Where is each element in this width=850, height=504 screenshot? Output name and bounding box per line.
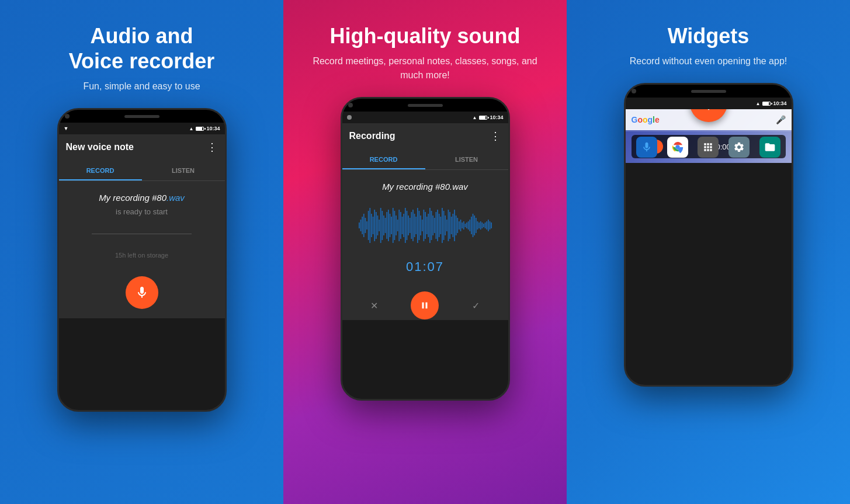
- svg-rect-30: [404, 208, 405, 243]
- status-bar-3: ▲ 10:34: [626, 98, 792, 109]
- svg-rect-57: [446, 220, 447, 231]
- record-btn-container-1: [59, 270, 225, 318]
- svg-rect-85: [489, 221, 490, 230]
- phone-1: ▼ ▲ 10:34 New voice note ⋮ RECORD LISTEN…: [57, 108, 227, 412]
- svg-rect-75: [474, 215, 475, 235]
- overflow-menu-1[interactable]: ⋮: [207, 141, 218, 154]
- svg-rect-22: [392, 208, 393, 243]
- big-mic-icon: [700, 109, 717, 112]
- svg-rect-51: [437, 210, 438, 241]
- phone-camera-3: [632, 89, 636, 93]
- bottom-controls-2: ✕ ✓: [342, 291, 508, 320]
- svg-rect-59: [449, 212, 450, 239]
- svg-rect-5: [366, 221, 367, 230]
- svg-rect-7: [369, 208, 370, 243]
- record-button-1[interactable]: [126, 276, 158, 309]
- svg-rect-33: [409, 218, 410, 233]
- wifi-icon-3: ▲: [756, 101, 761, 106]
- svg-rect-61: [452, 214, 453, 237]
- phone-top-bar-1: [59, 110, 225, 123]
- panel-1-title: Audio and Voice recorder: [69, 23, 214, 74]
- dock-chrome-icon[interactable]: [667, 137, 688, 158]
- svg-rect-24: [395, 215, 397, 235]
- waveform-container: [354, 202, 497, 249]
- svg-rect-80: [481, 223, 483, 228]
- svg-rect-4: [365, 218, 366, 233]
- panel-3-title: Widgets: [668, 23, 750, 48]
- svg-rect-15: [381, 211, 383, 240]
- svg-rect-17: [384, 218, 386, 233]
- recording-name-1: My recording #80.wav: [99, 193, 185, 203]
- svg-rect-19: [387, 210, 388, 241]
- svg-rect-81: [483, 224, 484, 227]
- battery-icon-3: [762, 102, 771, 106]
- svg-rect-47: [431, 211, 432, 240]
- files-svg: [764, 141, 776, 153]
- svg-rect-26: [398, 210, 400, 241]
- phone-speaker-1: [124, 115, 159, 118]
- svg-rect-2: [362, 217, 363, 234]
- svg-rect-32: [408, 215, 409, 235]
- svg-rect-16: [383, 215, 384, 235]
- dock-files-icon[interactable]: [759, 137, 780, 158]
- svg-rect-70: [466, 223, 467, 228]
- svg-rect-63: [455, 215, 456, 235]
- mic-icon-1: [135, 286, 149, 300]
- cancel-button-2[interactable]: ✕: [370, 300, 378, 311]
- svg-rect-73: [471, 217, 472, 234]
- panel-2: High-quality sound Record meetings, pers…: [283, 0, 567, 504]
- overflow-menu-2[interactable]: ⋮: [490, 130, 501, 142]
- svg-rect-52: [438, 214, 439, 237]
- svg-rect-71: [467, 221, 469, 230]
- svg-rect-11: [375, 212, 376, 239]
- tab-record-2[interactable]: RECORD: [342, 149, 425, 169]
- dock-mic-icon[interactable]: [636, 137, 657, 158]
- svg-rect-3: [363, 214, 364, 237]
- status-time-1: 10:34: [206, 126, 220, 131]
- tab-listen-1[interactable]: LISTEN: [142, 160, 225, 180]
- phone-top-bar-3: [626, 85, 792, 98]
- svg-rect-68: [463, 221, 464, 230]
- recording-sub-1: is ready to start: [116, 207, 168, 216]
- tab-record-1[interactable]: RECORD: [59, 160, 142, 180]
- svg-rect-8: [371, 214, 372, 237]
- recording-content-2: My recording #80.wav: [342, 170, 508, 291]
- svg-rect-82: [484, 223, 485, 228]
- svg-rect-62: [454, 210, 455, 241]
- app-header-1: New voice note ⋮: [59, 134, 225, 160]
- storage-info-1: 15h left on storage: [115, 252, 168, 259]
- svg-rect-28: [401, 217, 403, 234]
- phone-2: ▲ 10:34 Recording ⋮ RECORD LISTEN My rec…: [341, 97, 510, 401]
- panel-1-subtitle: Fun, simple and easy to use: [83, 79, 200, 93]
- panel-3: Widgets Record without even opening the …: [567, 0, 850, 504]
- dock-apps-icon[interactable]: [698, 137, 719, 158]
- svg-rect-35: [412, 210, 414, 241]
- pause-icon: [419, 300, 430, 311]
- svg-rect-34: [411, 212, 412, 239]
- battery-icon-2: [479, 116, 487, 120]
- svg-rect-10: [374, 210, 375, 241]
- google-logo: Google: [632, 115, 660, 124]
- tabs-row-2: RECORD LISTEN: [342, 149, 508, 170]
- phone-camera-1: [65, 114, 70, 119]
- svg-rect-42: [423, 210, 424, 241]
- svg-rect-21: [391, 217, 392, 234]
- svg-rect-13: [379, 220, 380, 231]
- svg-rect-76: [475, 218, 476, 233]
- svg-rect-54: [442, 208, 443, 243]
- confirm-button-2[interactable]: ✓: [472, 300, 480, 311]
- svg-rect-60: [450, 217, 452, 234]
- pause-button-2[interactable]: [411, 291, 439, 319]
- google-mic-icon[interactable]: 🎤: [776, 115, 786, 124]
- panel-3-subtitle: Record without even opening the app!: [630, 54, 787, 68]
- svg-rect-25: [397, 220, 398, 231]
- svg-rect-67: [462, 223, 463, 228]
- svg-rect-29: [403, 214, 404, 237]
- status-bar-2: ▲ 10:34: [342, 112, 508, 123]
- tab-listen-2[interactable]: LISTEN: [425, 149, 508, 169]
- chrome-svg: [671, 141, 684, 154]
- panel-2-subtitle: Record meetings, personal notes, classes…: [301, 54, 549, 82]
- dock-mic-svg: [641, 141, 653, 153]
- dock-settings-icon[interactable]: [728, 137, 750, 158]
- app-header-2: Recording ⋮: [342, 123, 508, 149]
